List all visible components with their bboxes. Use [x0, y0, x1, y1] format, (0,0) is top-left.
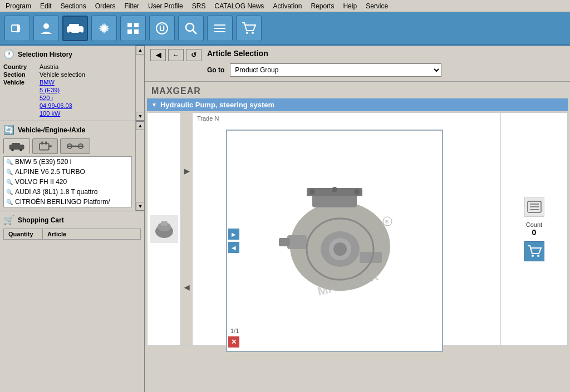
product-group-dropdown[interactable]: Product Group Manufacturer Article Numbe… — [230, 63, 441, 77]
category-name: Hydraulic Pump, steering system — [160, 101, 274, 109]
vehicle-tabs — [3, 138, 132, 154]
toolbar-u-btn[interactable]: Ü — [149, 16, 175, 41]
brand-name: MAXGEAR — [147, 84, 568, 98]
toolbar-cart-btn[interactable] — [236, 16, 262, 41]
svg-point-20 — [252, 32, 254, 34]
svg-point-40 — [332, 187, 337, 192]
toolbar-list-btn[interactable] — [207, 16, 233, 41]
svg-rect-41 — [287, 235, 307, 249]
scroll-up-arrow[interactable]: ▲ — [136, 121, 145, 130]
vehicle-power-link[interactable]: 100 kW — [40, 110, 132, 117]
history-row: 520 i — [3, 94, 132, 102]
vehicle-list-item[interactable]: 🔍 BMW 5 (E39) 520 i — [4, 157, 131, 167]
vehicle-list-item[interactable]: 🔍 VOLVO FH II 420 — [4, 177, 131, 187]
article-row: ▶ ◀ Trade N ▶ ◀ — [147, 112, 568, 346]
vehicle-list-item[interactable]: 🔍 CITROËN BERLINGO Platform/ — [4, 197, 131, 207]
section-value: Vehicle selection — [40, 71, 132, 78]
vehicle-item-label: ALPINE V6 2.5 TURBO — [15, 168, 85, 176]
country-label: Country — [3, 63, 40, 70]
nav-back-btn[interactable]: ← — [168, 49, 184, 61]
vehicle-engine-tab[interactable] — [32, 138, 58, 154]
menu-orders[interactable]: Orders — [91, 1, 120, 11]
history-table: Country Austria Section Vehicle selectio… — [3, 63, 132, 117]
article-column-header[interactable]: Article — [42, 229, 141, 240]
svg-point-14 — [186, 23, 194, 31]
svg-rect-9 — [134, 23, 139, 27]
history-scrollbar[interactable]: ▲ ▼ — [135, 46, 144, 121]
toolbar-search-btn[interactable] — [178, 16, 204, 41]
article-selection-title: Article Selection — [207, 49, 564, 58]
right-panel: ◀ ← ↺ Article Selection Go to Product Gr… — [145, 46, 570, 392]
svg-text:Ü: Ü — [159, 24, 165, 33]
nav-left-btn[interactable]: ◀ — [150, 49, 166, 61]
vehicle-scrollbar[interactable]: ▲ ▼ — [135, 121, 144, 211]
svg-point-47 — [333, 242, 347, 256]
svg-rect-26 — [41, 142, 43, 145]
category-header[interactable]: ▼ Hydraulic Pump, steering system — [147, 98, 568, 111]
toolbar-back-btn[interactable] — [4, 16, 30, 41]
scroll-down-arrow[interactable]: ▼ — [136, 112, 145, 121]
svg-rect-8 — [127, 23, 132, 27]
popup-page-counter: 1/1 — [230, 328, 239, 334]
article-nav-prev[interactable]: ◀ — [181, 229, 192, 345]
goto-container: Go to Product Group Manufacturer Article… — [207, 61, 564, 79]
svg-point-23 — [11, 149, 14, 152]
svg-rect-34 — [161, 221, 168, 226]
vehicle-model-link[interactable]: 5 (E39) — [40, 87, 132, 93]
catalog-area: MAXGEAR ▼ Hydraulic Pump, steering syste… — [145, 82, 570, 392]
vehicle-item-label: CITROËN BERLINGO Platform/ — [15, 198, 110, 206]
menu-catalog-news[interactable]: CATALOG News — [210, 1, 268, 11]
search-small-icon: 🔍 — [6, 189, 13, 195]
scroll-down-arrow[interactable]: ▼ — [136, 202, 145, 211]
selection-history-header: 🕐 Selection History — [3, 49, 132, 59]
goto-label: Go to — [207, 66, 224, 74]
menu-edit[interactable]: Edit — [36, 1, 56, 11]
history-row: Country Austria — [3, 63, 132, 71]
menu-activation[interactable]: Activation — [268, 1, 306, 11]
svg-text:®: ® — [385, 219, 389, 225]
quantity-column-header[interactable]: Quantity — [3, 229, 42, 240]
popup-nav-right[interactable]: ▶ — [228, 229, 239, 240]
svg-point-5 — [68, 32, 72, 35]
svg-point-55 — [532, 255, 534, 257]
search-small-icon: 🔍 — [6, 199, 13, 205]
shopping-cart-section: 🛒 Shopping Cart Quantity Article — [0, 211, 144, 392]
vehicle-date-link[interactable]: 04.99-06.03 — [40, 102, 132, 109]
menu-bar: Program Edit Sections Orders Filter User… — [0, 0, 570, 12]
category-expand-arrow: ▼ — [151, 102, 157, 108]
toolbar-gear-btn[interactable] — [91, 16, 117, 41]
vehicle-car-tab[interactable] — [3, 138, 30, 154]
menu-service[interactable]: Service — [361, 1, 392, 11]
image-popup: ▶ ◀ — [226, 130, 443, 352]
menu-srs[interactable]: SRS — [188, 1, 210, 11]
popup-nav-left[interactable]: ◀ — [228, 242, 239, 253]
vehicle-list-item[interactable]: 🔍 AUDI A3 (8L1) 1.8 T quattro — [4, 187, 131, 197]
nav-forward-btn[interactable]: ↺ — [186, 49, 202, 61]
menu-sections[interactable]: Sections — [56, 1, 91, 11]
scroll-up-arrow[interactable]: ▲ — [136, 46, 145, 54]
toolbar: Ü — [0, 12, 570, 46]
article-nav-next[interactable]: ▶ — [181, 113, 192, 229]
svg-rect-11 — [134, 29, 139, 34]
scroll-thumb — [136, 130, 144, 202]
vehicle-item-label: BMW 5 (E39) 520 i — [15, 158, 71, 166]
svg-rect-27 — [45, 142, 47, 145]
menu-program[interactable]: Program — [1, 1, 36, 11]
toolbar-vehicle-btn[interactable] — [62, 16, 88, 41]
vehicle-variant-link[interactable]: 520 i — [40, 95, 132, 101]
vehicle-list-item[interactable]: 🔍 ALPINE V6 2.5 TURBO — [4, 167, 131, 177]
menu-user-profile[interactable]: User Profile — [144, 1, 188, 11]
toolbar-grid-btn[interactable] — [120, 16, 146, 41]
article-list-icon[interactable] — [524, 197, 544, 217]
article-thumbnail[interactable] — [148, 113, 181, 345]
add-to-cart-btn[interactable] — [524, 241, 544, 261]
menu-filter[interactable]: Filter — [120, 1, 144, 11]
popup-close-btn[interactable]: ✕ — [228, 336, 239, 348]
menu-help[interactable]: Help — [338, 1, 361, 11]
toolbar-user-btn[interactable] — [33, 16, 59, 41]
vehicle-bmw-link[interactable]: BMW — [40, 79, 132, 86]
count-area: Count 0 — [526, 221, 542, 237]
menu-reports[interactable]: Reports — [306, 1, 338, 11]
vehicle-axle-tab[interactable] — [60, 138, 90, 154]
vehicle-label: Vehicle — [3, 79, 40, 86]
